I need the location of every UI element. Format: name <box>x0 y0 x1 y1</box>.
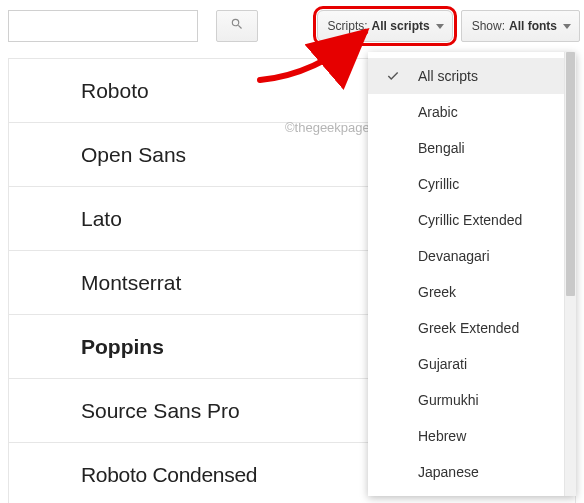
font-name: Poppins <box>81 335 164 359</box>
menu-item-cyrillic-extended[interactable]: Cyrillic Extended <box>368 202 564 238</box>
search-input[interactable] <box>8 10 198 42</box>
search-button[interactable] <box>216 10 258 42</box>
menu-item-bengali[interactable]: Bengali <box>368 130 564 166</box>
scrollbar[interactable] <box>564 52 576 496</box>
show-dropdown-value: All fonts <box>509 19 557 33</box>
check-icon <box>386 69 400 83</box>
show-dropdown[interactable]: Show: All fonts <box>461 10 580 42</box>
menu-item-greek[interactable]: Greek <box>368 274 564 310</box>
menu-item-arabic[interactable]: Arabic <box>368 94 564 130</box>
menu-item-all-scripts[interactable]: All scripts <box>368 58 564 94</box>
scripts-dropdown-prefix: Scripts: <box>328 19 368 33</box>
font-name: Source Sans Pro <box>81 399 240 423</box>
menu-item-cyrillic[interactable]: Cyrillic <box>368 166 564 202</box>
chevron-down-icon <box>436 24 444 29</box>
scripts-dropdown-value: All scripts <box>372 19 430 33</box>
menu-item-label: Bengali <box>418 140 465 156</box>
font-name: Roboto <box>81 79 149 103</box>
toolbar: Scripts: All scripts Show: All fonts <box>0 0 584 50</box>
chevron-down-icon <box>563 24 571 29</box>
menu-item-label: All scripts <box>418 68 478 84</box>
menu-item-japanese[interactable]: Japanese <box>368 454 564 490</box>
scrollbar-thumb[interactable] <box>566 52 575 296</box>
font-name: Roboto Condensed <box>81 463 257 487</box>
menu-item-devanagari[interactable]: Devanagari <box>368 238 564 274</box>
menu-item-label: Arabic <box>418 104 458 120</box>
show-dropdown-prefix: Show: <box>472 19 505 33</box>
scripts-menu: All scripts Arabic Bengali Cyrillic Cyri… <box>368 52 576 496</box>
menu-item-gujarati[interactable]: Gujarati <box>368 346 564 382</box>
font-name: Montserrat <box>81 271 181 295</box>
font-name: Lato <box>81 207 122 231</box>
menu-item-label: Hebrew <box>418 428 466 444</box>
menu-item-label: Cyrillic <box>418 176 459 192</box>
menu-item-label: Gurmukhi <box>418 392 479 408</box>
font-name: Open Sans <box>81 143 186 167</box>
scripts-menu-list: All scripts Arabic Bengali Cyrillic Cyri… <box>368 52 564 496</box>
menu-item-label: Cyrillic Extended <box>418 212 522 228</box>
menu-item-label: Japanese <box>418 464 479 480</box>
menu-item-hebrew[interactable]: Hebrew <box>368 418 564 454</box>
scripts-dropdown[interactable]: Scripts: All scripts <box>317 10 453 42</box>
menu-item-label: Devanagari <box>418 248 490 264</box>
menu-item-label: Gujarati <box>418 356 467 372</box>
menu-item-label: Greek Extended <box>418 320 519 336</box>
menu-item-label: Greek <box>418 284 456 300</box>
menu-item-greek-extended[interactable]: Greek Extended <box>368 310 564 346</box>
search-icon <box>230 17 244 35</box>
menu-item-gurmukhi[interactable]: Gurmukhi <box>368 382 564 418</box>
